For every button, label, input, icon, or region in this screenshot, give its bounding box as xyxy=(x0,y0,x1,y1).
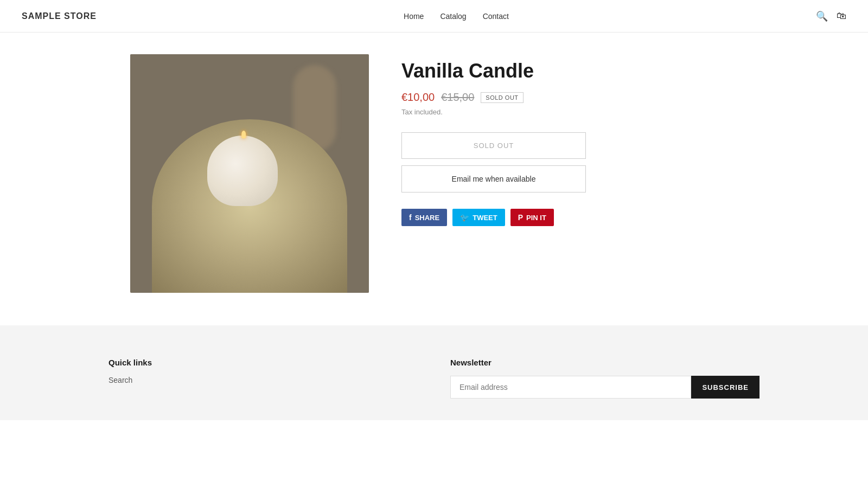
social-buttons: f SHARE 🐦 TWEET P PIN IT xyxy=(401,209,738,226)
share-facebook-button[interactable]: f SHARE xyxy=(401,209,447,226)
sale-price: €10,00 xyxy=(401,91,435,104)
nav-catalog[interactable]: Catalog xyxy=(440,12,466,21)
quick-links-heading: Quick links xyxy=(108,358,418,367)
newsletter-col: Newsletter SUBSCRIBE xyxy=(450,358,760,399)
tweet-button[interactable]: 🐦 TWEET xyxy=(452,209,505,226)
tax-info: Tax included. xyxy=(401,108,738,116)
nav-home[interactable]: Home xyxy=(404,12,424,21)
footer-inner: Quick links Search Newsletter SUBSCRIBE xyxy=(108,358,760,399)
original-price: €15,00 xyxy=(441,91,474,104)
share-label: SHARE xyxy=(415,214,440,222)
newsletter-form: SUBSCRIBE xyxy=(450,376,760,399)
sold-out-button: SOLD OUT xyxy=(401,132,586,159)
price-row: €10,00 €15,00 SOLD OUT xyxy=(401,91,738,104)
nav-contact[interactable]: Contact xyxy=(483,12,509,21)
pin-label: PIN IT xyxy=(526,214,546,222)
cart-icon[interactable]: 🛍 xyxy=(837,10,846,22)
twitter-icon: 🐦 xyxy=(460,213,469,222)
site-footer: Quick links Search Newsletter SUBSCRIBE xyxy=(0,325,868,420)
email-when-available-button[interactable]: Email me when available xyxy=(401,165,586,192)
candle-scene xyxy=(130,54,369,293)
facebook-icon: f xyxy=(409,213,412,222)
newsletter-email-input[interactable] xyxy=(450,376,691,399)
candle-flame xyxy=(241,131,246,138)
product-page: Vanilla Candle €10,00 €15,00 SOLD OUT Ta… xyxy=(108,54,760,293)
pinterest-icon: P xyxy=(518,213,523,222)
product-image xyxy=(130,54,369,293)
newsletter-heading: Newsletter xyxy=(450,358,760,367)
subscribe-button[interactable]: SUBSCRIBE xyxy=(691,376,760,399)
candle-body xyxy=(207,136,278,206)
sold-out-badge: SOLD OUT xyxy=(481,92,523,103)
main-nav: Home Catalog Contact xyxy=(404,12,509,21)
product-details: Vanilla Candle €10,00 €15,00 SOLD OUT Ta… xyxy=(401,54,738,293)
search-icon[interactable]: 🔍 xyxy=(816,10,828,22)
product-image-container xyxy=(130,54,369,293)
quick-links-col: Quick links Search xyxy=(108,358,418,399)
tweet-label: TWEET xyxy=(473,214,497,222)
pin-button[interactable]: P PIN IT xyxy=(510,209,554,226)
site-logo[interactable]: SAMPLE STORE xyxy=(22,11,97,21)
product-title: Vanilla Candle xyxy=(401,60,738,82)
header-icons: 🔍 🛍 xyxy=(816,10,846,22)
footer-search-link[interactable]: Search xyxy=(108,376,418,384)
site-header: SAMPLE STORE Home Catalog Contact 🔍 🛍 xyxy=(0,0,868,33)
